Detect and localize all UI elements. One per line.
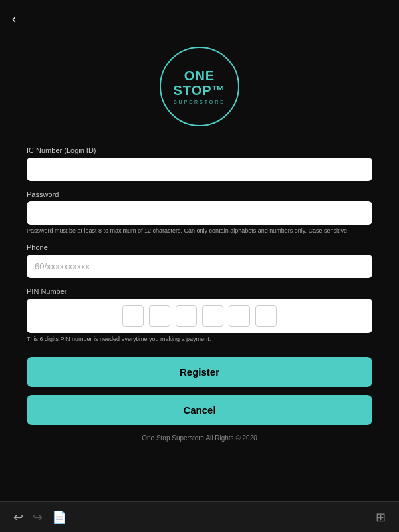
pin-group: PIN Number This 6 digits PIN number is n… xyxy=(27,287,372,342)
ic-number-input[interactable] xyxy=(27,158,372,181)
menu-icon[interactable]: ⊞ xyxy=(376,511,386,524)
pin-boxes-container xyxy=(27,299,372,333)
logo-circle: ONE STOP™ SUPERSTORE xyxy=(160,47,239,126)
bottom-bar-left: ↩ ↪ 📄 xyxy=(13,510,66,525)
pin-box-2[interactable] xyxy=(149,305,170,327)
password-group: Password Password must be at least 8 to … xyxy=(27,190,372,234)
logo-trademark: ™ xyxy=(212,83,226,98)
phone-input[interactable] xyxy=(27,255,372,278)
forward-history-icon[interactable]: ↪ xyxy=(33,510,43,525)
pin-box-1[interactable] xyxy=(122,305,144,327)
pin-box-6[interactable] xyxy=(255,305,277,327)
logo-container: ONE STOP™ SUPERSTORE xyxy=(0,0,399,146)
register-button[interactable]: Register xyxy=(27,357,372,387)
pin-label: PIN Number xyxy=(27,287,372,295)
bottom-bar: ↩ ↪ 📄 ⊞ xyxy=(0,501,399,532)
pin-box-4[interactable] xyxy=(202,305,223,327)
password-hint: Password must be at least 8 to maximum o… xyxy=(27,227,372,234)
phone-label: Phone xyxy=(27,243,372,251)
logo-subtitle: SUPERSTORE xyxy=(174,100,225,104)
cancel-button[interactable]: Cancel xyxy=(27,395,372,425)
bookmark-icon[interactable]: 📄 xyxy=(52,510,66,525)
ic-number-label: IC Number (Login ID) xyxy=(27,146,372,154)
pin-hint: This 6 digits PIN number is needed every… xyxy=(27,336,372,342)
password-label: Password xyxy=(27,190,372,198)
logo-name: ONE STOP xyxy=(173,68,215,98)
phone-group: Phone xyxy=(27,243,372,278)
bottom-bar-right: ⊞ xyxy=(376,510,386,525)
registration-form: IC Number (Login ID) Password Password m… xyxy=(0,146,399,448)
logo-text: ONE STOP™ xyxy=(161,68,238,98)
back-button[interactable]: ‹ xyxy=(12,12,16,26)
back-history-icon[interactable]: ↩ xyxy=(13,510,23,525)
ic-number-group: IC Number (Login ID) xyxy=(27,146,372,181)
password-input[interactable] xyxy=(27,201,372,225)
pin-box-5[interactable] xyxy=(229,305,250,327)
pin-box-3[interactable] xyxy=(176,305,197,327)
footer-text: One Stop Superstore All Rights © 2020 xyxy=(27,434,372,448)
